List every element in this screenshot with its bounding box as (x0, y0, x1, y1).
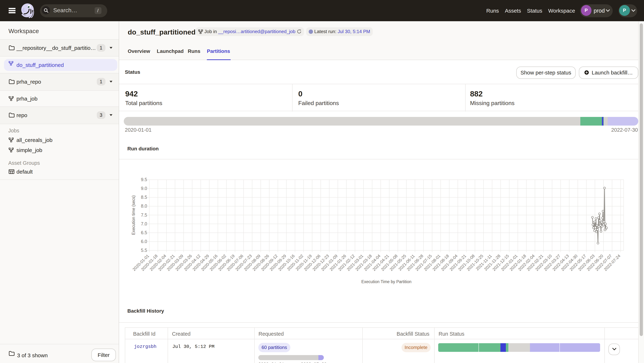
svg-text:9.5: 9.5 (141, 177, 147, 182)
svg-text:6.0: 6.0 (141, 239, 147, 244)
svg-text:Execution time (secs): Execution time (secs) (131, 195, 136, 235)
svg-text:7.5: 7.5 (141, 212, 147, 218)
svg-text:7.0: 7.0 (141, 221, 147, 226)
svg-text:5.5: 5.5 (141, 248, 147, 253)
svg-text:9.0: 9.0 (141, 186, 147, 191)
svg-text:6.5: 6.5 (141, 230, 147, 235)
svg-text:Execution Time by Partition: Execution Time by Partition (362, 279, 412, 284)
svg-text:8.0: 8.0 (141, 204, 147, 208)
svg-text:8.5: 8.5 (141, 195, 147, 200)
